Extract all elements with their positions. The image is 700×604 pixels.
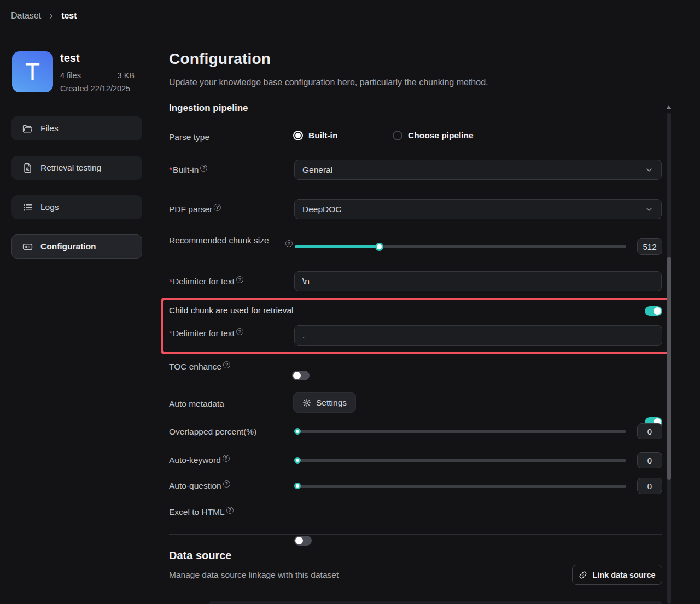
overlapped-percent-label: Overlapped percent(%) <box>169 425 256 438</box>
folder-icon <box>22 124 33 134</box>
dataset-created-date: Created 22/12/2025 <box>60 84 130 93</box>
radio-built-in-label: Built-in <box>308 131 337 140</box>
next-section-partial <box>209 601 662 604</box>
radio-choose-pipeline-label: Choose pipeline <box>408 131 474 140</box>
list-icon <box>22 202 33 213</box>
excel-to-html-toggle[interactable] <box>294 536 312 546</box>
required-mark: * <box>169 165 172 174</box>
page-subtitle: Update your knowledge base configuration… <box>169 78 488 87</box>
help-icon[interactable]: ? <box>223 480 230 488</box>
link-icon <box>579 571 587 579</box>
auto-keyword-value[interactable]: 0 <box>637 452 662 468</box>
page-title: Configuration <box>169 50 271 68</box>
slider-handle[interactable] <box>294 483 301 489</box>
parse-type-label: Parse type <box>169 131 209 144</box>
auto-metadata-label: Auto metadata <box>169 397 224 411</box>
slider-handle[interactable] <box>294 428 301 435</box>
help-icon[interactable]: ? <box>236 328 243 335</box>
card-settings-icon <box>22 242 33 252</box>
help-icon[interactable]: ? <box>214 204 221 211</box>
chunk-size-value[interactable]: 512 <box>637 238 662 255</box>
link-data-source-label: Link data source <box>592 571 655 579</box>
dataset-avatar-initial: T <box>25 58 40 86</box>
chevron-down-icon <box>645 205 654 214</box>
auto-question-value[interactable]: 0 <box>637 478 662 494</box>
dataset-name: test <box>60 52 80 64</box>
section-title-ingestion-pipeline: Ingestion pipeline <box>169 103 248 114</box>
child-delimiter-input-value: . <box>302 331 305 341</box>
help-icon[interactable]: ? <box>200 165 207 172</box>
help-icon[interactable]: ? <box>226 507 234 514</box>
dataset-file-count: 4 files <box>60 71 81 80</box>
help-icon[interactable]: ? <box>223 361 230 368</box>
built-in-selected-value: General <box>302 165 332 175</box>
auto-metadata-settings-button[interactable]: Settings <box>293 392 356 413</box>
radio-built-in[interactable]: Built-in <box>293 131 337 140</box>
sidebar-item-label: Retrieval testing <box>40 163 101 173</box>
child-chunk-toggle[interactable] <box>645 306 662 316</box>
radio-unselected-icon <box>393 131 402 140</box>
sidebar-item-configuration[interactable]: Configuration <box>11 234 142 259</box>
section-divider <box>169 534 662 535</box>
data-source-title: Data source <box>169 549 232 562</box>
required-mark: * <box>169 329 172 338</box>
help-icon[interactable]: ? <box>223 455 230 462</box>
radio-selected-icon <box>293 131 303 140</box>
data-source-subtitle: Manage data source linkage with this dat… <box>169 570 339 580</box>
dataset-stats: 4 files 3 KB <box>60 71 135 80</box>
dataset-avatar: T <box>12 51 53 92</box>
sidebar-item-logs[interactable]: Logs <box>11 195 142 219</box>
child-delimiter-label: *Delimiter for text? <box>169 327 243 340</box>
gear-icon <box>302 398 311 407</box>
sidebar-item-retrieval-testing[interactable]: Retrieval testing <box>11 156 142 180</box>
help-icon[interactable]: ? <box>285 240 293 247</box>
delimiter-input-value: \n <box>302 277 310 286</box>
chevron-right-icon <box>48 13 55 20</box>
chunk-size-label: Recommended chunk size <box>169 234 273 247</box>
overlapped-percent-value[interactable]: 0 <box>637 423 662 439</box>
toc-enhance-toggle[interactable] <box>292 371 310 380</box>
built-in-select[interactable]: General <box>294 160 662 180</box>
scrollbar-thumb[interactable] <box>667 257 671 480</box>
slider-handle[interactable] <box>294 457 301 464</box>
file-search-icon <box>22 163 33 173</box>
sidebar-item-files[interactable]: Files <box>11 116 142 140</box>
help-icon[interactable]: ? <box>236 276 243 283</box>
excel-to-html-label: Excel to HTML? <box>169 506 234 519</box>
scrollbar-up-arrow[interactable] <box>666 105 672 109</box>
delimiter-input[interactable]: \n <box>294 271 662 291</box>
settings-button-label: Settings <box>316 398 347 408</box>
breadcrumb-dataset-link[interactable]: Dataset <box>11 11 41 21</box>
pdf-parser-select[interactable]: DeepDOC <box>294 199 662 219</box>
sidebar-item-label: Files <box>40 124 59 133</box>
child-delimiter-input[interactable]: . <box>294 325 662 346</box>
dataset-configuration-page: Dataset test T test 4 files 3 KB Created… <box>0 0 700 604</box>
link-data-source-button[interactable]: Link data source <box>572 565 662 585</box>
sidebar-item-label: Configuration <box>40 242 96 251</box>
slider-handle[interactable] <box>375 243 383 251</box>
breadcrumb-current: test <box>61 11 77 21</box>
sidebar-item-label: Logs <box>40 202 59 212</box>
delimiter-label: *Delimiter for text? <box>169 275 243 288</box>
auto-keyword-label: Auto-keyword? <box>169 454 230 467</box>
chevron-down-icon <box>645 166 654 174</box>
child-chunk-label: Child chunk are used for retrieval <box>169 304 293 317</box>
pdf-parser-label: PDF parser? <box>169 203 221 216</box>
breadcrumb: Dataset test <box>11 11 77 21</box>
pdf-parser-selected-value: DeepDOC <box>302 204 342 214</box>
radio-choose-pipeline[interactable]: Choose pipeline <box>393 131 474 140</box>
built-in-label: *Built-in? <box>169 163 207 177</box>
auto-question-label: Auto-question? <box>169 479 230 492</box>
dataset-size: 3 KB <box>118 71 135 80</box>
required-mark: * <box>169 277 172 286</box>
toc-enhance-label: TOC enhance? <box>169 360 230 373</box>
